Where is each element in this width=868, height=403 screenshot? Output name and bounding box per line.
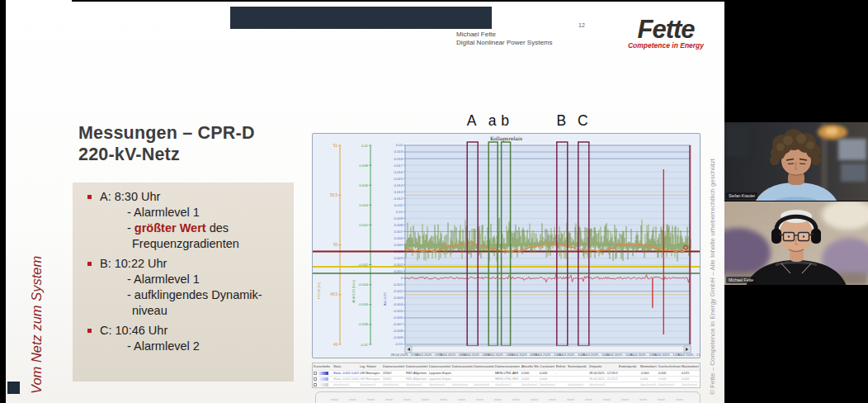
table-cell: 0.000 (521, 372, 539, 375)
svg-text:0: 0 (401, 276, 403, 280)
svg-text:-0.002: -0.002 (393, 289, 403, 293)
table-cell: 0.000 (681, 377, 700, 381)
presenter-name: Michael Fette (456, 31, 553, 39)
bullet-item: C: 10:46 Uhr (78, 323, 289, 339)
svg-text:0.012: 0.012 (394, 197, 403, 201)
svg-text:0.016: 0.016 (394, 170, 403, 174)
slide-title-line2: 220-kV-Netz (78, 144, 255, 165)
chart-marker-label: B (556, 112, 566, 130)
table-cell: UW Meiningen (359, 372, 382, 375)
table-header-cell: Datenzusatztitel 3 (428, 365, 451, 368)
chart-marker-label: A (467, 112, 477, 130)
table-cell: (deaktiviert) (567, 383, 588, 386)
bottom-panel (315, 391, 701, 403)
table-header-cell: Skala (333, 365, 359, 368)
table-header-cell: Datenzusatzname (494, 365, 521, 368)
video-call-panel: Stefan Krauter (724, 0, 868, 403)
bullet-item: B: 10:22 Uhr (78, 256, 289, 272)
chart-title: Kollapsrelais (313, 135, 700, 141)
screen: Michael Fette Digital Nonlinear Power Sy… (0, 0, 868, 403)
table-cell: - (555, 377, 567, 381)
top-border-line (72, 0, 724, 2)
table-cell: (deaktiviert) (681, 383, 700, 386)
bullet-item: A: 8:30 Uhr (78, 189, 289, 205)
copyright-vertical: © Fette – Competence in Energy GmbH – Al… (709, 159, 716, 395)
svg-text:-0.01: -0.01 (360, 343, 368, 347)
svg-text:0.009: 0.009 (394, 216, 403, 220)
table-cell: (deaktiviert) (333, 383, 359, 386)
table-header-cell: Datenzusatztitel 2 (405, 365, 428, 368)
table-header-cell: Cursorwert (539, 365, 555, 368)
side-vertical-text: Vom Netz zum System (29, 256, 45, 394)
svg-text:0.017: 0.017 (394, 164, 403, 168)
bullet-subitem: - größter Wert des (78, 220, 289, 236)
svg-text:-0.006: -0.006 (358, 302, 369, 306)
bullet-subitem: - aufklingendes Dynamik- (78, 287, 289, 303)
svg-text:0.013: 0.013 (394, 190, 403, 194)
slide-title: Messungen – CPR-D 220-kV-Netz (78, 122, 255, 165)
table-cell: (deaktiviert) (639, 383, 658, 386)
logo-name: Fette (620, 17, 712, 43)
svg-text:0.006: 0.006 (359, 183, 368, 187)
presenter-org: Digital Nonlinear Power Systems (456, 39, 553, 47)
table-cell: (deaktiviert) (473, 383, 494, 386)
presenter-block: Michael Fette Digital Nonlinear Power Sy… (456, 31, 553, 46)
table-cell: (deaktiviert) (428, 383, 451, 386)
table-row: Skala -0.001 0.001UW Meiningen220kVRW1 A… (313, 376, 700, 382)
table-header-cell: Startzeitpunkt (567, 365, 588, 368)
table-cell: (deaktiviert) (539, 383, 555, 386)
table-cell: UW Meiningen (359, 377, 382, 381)
svg-text:0.003: 0.003 (394, 256, 403, 260)
table-header-cell: Datenzusatztitel 5 (473, 365, 494, 368)
bottom-panel-dashes (331, 399, 685, 401)
svg-text:0.007: 0.007 (394, 230, 403, 234)
table-header-cell: Aktueller Wert (521, 365, 539, 368)
svg-text:0.01: 0.01 (396, 210, 403, 214)
svg-text:-0.004: -0.004 (393, 302, 403, 306)
table-cell: (deaktiviert) (658, 383, 681, 386)
table-cell: MEIN-LPN1-ABS (494, 372, 521, 375)
svg-text:0.004: 0.004 (359, 203, 368, 207)
bullet-subitem: - Alarmlevel 1 (78, 272, 289, 287)
bullet-list: A: 8:30 Uhr- Alarmlevel 1- größter Wert … (78, 189, 289, 354)
table-cell: (deaktiviert) (359, 383, 382, 386)
svg-text:0.014: 0.014 (394, 183, 403, 187)
svg-text:0.015: 0.015 (394, 177, 403, 181)
svg-text:0.006: 0.006 (394, 236, 403, 240)
participant-tile-2[interactable]: Michael Fette (724, 201, 868, 285)
slide-title-line1: Messungen – CPR-D (78, 122, 255, 144)
table-header-row: KurvenfarbeSkalaLog. StationDatenzusatzt… (313, 363, 700, 370)
table-cell: 28.04.2025 - 12:59:27 (588, 372, 618, 375)
table-cell: 0.000 (539, 372, 555, 375)
chart-marker-label: b (501, 112, 509, 130)
data-table: KurvenfarbeSkalaLog. StationDatenzusatzt… (312, 363, 701, 388)
table-header-cell: Einheit (555, 365, 567, 368)
table-row: (deaktiviert)(deaktiviert)(deaktiviert)(… (313, 382, 700, 387)
table-cell: MEIN-LPN1-RES (494, 377, 521, 381)
svg-text:0.018: 0.018 (394, 157, 403, 161)
table-cell: 0.000 (521, 377, 539, 381)
svg-text:51: 51 (333, 144, 338, 148)
table-cell: 0.000 (539, 377, 555, 381)
table-cell: 220kV (382, 377, 405, 381)
table-cell: (deaktiviert) (405, 383, 428, 386)
svg-text:0.008: 0.008 (394, 223, 403, 227)
shared-slide: Michael Fette Digital Nonlinear Power Sy… (6, 0, 724, 403)
svg-text:0.01: 0.01 (361, 144, 369, 148)
table-cell: Skala -0.001 0.001 (333, 372, 359, 375)
svg-text:-0.008: -0.008 (393, 329, 403, 333)
participant-name-2: Michael Fette (726, 277, 756, 283)
bullet-square-icon (87, 262, 92, 266)
svg-text:-0.008: -0.008 (358, 322, 369, 326)
bullet-box: A: 8:30 Uhr- Alarmlevel 1- größter Wert … (73, 183, 294, 382)
participant-tile-1[interactable]: Stefan Krauter (724, 122, 868, 201)
svg-text:-0.003: -0.003 (393, 296, 403, 300)
axis-caption-absolute: Abs 0.00 (383, 292, 387, 306)
svg-text:0.002: 0.002 (359, 223, 368, 227)
svg-text:0.005: 0.005 (394, 243, 403, 247)
table-cell: 220kV (382, 372, 405, 375)
svg-text:50.5: 50.5 (330, 193, 337, 197)
redacted-banner (230, 7, 492, 29)
webcam-video-1 (724, 122, 868, 201)
kollapsrelais-plot: 5150.55049.5490.010.0080.0060.0040.002-0… (313, 134, 701, 358)
